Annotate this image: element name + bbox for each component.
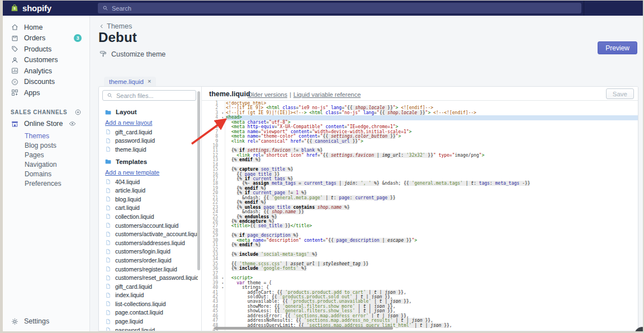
older-versions-link[interactable]: Older versions bbox=[248, 91, 287, 98]
sidebar-item-discounts[interactable]: Discounts bbox=[3, 77, 89, 88]
file-item[interactable]: blog.liquid bbox=[99, 195, 198, 204]
code-area[interactable]: 123▾4▾5678910111213141516171819202122232… bbox=[202, 101, 638, 331]
file-icon bbox=[105, 196, 111, 202]
file-item[interactable]: customers/login.liquid bbox=[99, 247, 198, 256]
shopify-logo[interactable]: s shopify bbox=[3, 3, 95, 13]
file-item[interactable]: gift_card.liquid bbox=[99, 128, 198, 137]
file-item[interactable]: cart.liquid bbox=[99, 204, 198, 213]
code-line[interactable]: var theme = { bbox=[226, 281, 638, 285]
file-item[interactable]: article.liquid bbox=[99, 186, 198, 195]
home-icon bbox=[11, 23, 19, 31]
code-editor: theme.liquid Older versions|Liquid varia… bbox=[202, 87, 638, 331]
sidebar-item-apps[interactable]: Apps bbox=[3, 87, 89, 99]
sidebar-item-products[interactable]: Products bbox=[3, 44, 89, 55]
file-item[interactable]: gift_card.liquid bbox=[99, 282, 198, 291]
sidebar-subitem-blog-posts[interactable]: Blog posts bbox=[25, 140, 89, 150]
code-line[interactable]: {% endif %} bbox=[226, 243, 638, 247]
code-line[interactable]: <link rel="shortcut icon" href="{{ setti… bbox=[226, 153, 638, 158]
fold-arrow-icon[interactable]: ▾ bbox=[221, 276, 224, 280]
file-icon bbox=[105, 248, 111, 255]
file-item[interactable]: customers/order.liquid bbox=[99, 256, 198, 265]
file-item[interactable]: 404.liquid bbox=[99, 177, 198, 186]
file-name: customers/order.liquid bbox=[115, 257, 172, 264]
sidebar-item-settings[interactable]: Settings bbox=[3, 315, 89, 327]
fold-arrow-icon[interactable]: ▾ bbox=[221, 285, 224, 290]
file-name: gift_card.liquid bbox=[115, 283, 152, 290]
sidebar-subitem-pages[interactable]: Pages bbox=[25, 150, 89, 160]
file-name: customers/register.liquid bbox=[115, 266, 177, 273]
file-section-templates[interactable]: Templates bbox=[99, 157, 198, 166]
code-line[interactable]: <meta name="description" content="{{ pag… bbox=[226, 238, 638, 243]
save-button[interactable]: Save bbox=[606, 88, 634, 99]
sidebar-subitem-themes[interactable]: Themes bbox=[25, 131, 89, 140]
sidebar-item-customers[interactable]: Customers bbox=[3, 55, 89, 66]
file-item[interactable]: index.liquid bbox=[99, 291, 198, 300]
file-item[interactable]: customers/account.liquid bbox=[99, 221, 198, 230]
code-line[interactable]: {% endif %} bbox=[226, 158, 638, 162]
link-separator: | bbox=[287, 91, 293, 98]
file-search-placeholder: Search files... bbox=[116, 92, 154, 99]
svg-text:s: s bbox=[13, 6, 16, 10]
preview-button[interactable]: Preview bbox=[598, 41, 637, 54]
code-lines[interactable]: <!doctype html><!--[if IE 9]> <html clas… bbox=[226, 101, 638, 331]
editor-horizontal-scrollbar[interactable] bbox=[214, 327, 393, 330]
sidebar-subitem-domains[interactable]: Domains bbox=[25, 169, 89, 179]
liquid-variable-reference-link[interactable]: Liquid variable reference bbox=[293, 91, 361, 98]
file-name: theme.liquid bbox=[115, 146, 146, 153]
file-icon bbox=[105, 266, 111, 272]
add-channel-icon[interactable] bbox=[74, 109, 82, 116]
code-line[interactable]: <title>{{ seo_title }}</title> bbox=[226, 224, 638, 228]
file-item[interactable]: list-collections.liquid bbox=[99, 299, 198, 308]
code-line[interactable]: <link rel="canonical" href="{{ canonical… bbox=[226, 139, 638, 144]
eye-icon[interactable] bbox=[68, 120, 77, 128]
add-new-templates-link[interactable]: Add a new template bbox=[99, 168, 198, 176]
code-line[interactable]: {% capture seo_title %} bbox=[226, 167, 638, 172]
breadcrumb-label: Themes bbox=[107, 22, 132, 30]
file-item[interactable]: page.contact.liquid bbox=[99, 308, 198, 317]
file-item[interactable]: collection.liquid bbox=[99, 212, 198, 221]
file-item[interactable]: customers/register.liquid bbox=[99, 265, 198, 274]
file-item[interactable]: theme.liquid bbox=[99, 145, 198, 154]
sidebar-subitem-navigation[interactable]: Navigation bbox=[25, 160, 89, 169]
code-line[interactable]: &ndash; {{ 'general.meta.page' | t: page… bbox=[226, 196, 638, 200]
file-item[interactable]: customers/addresses.liquid bbox=[99, 238, 198, 247]
file-item[interactable]: customers/reset_password.liquid bbox=[99, 273, 198, 282]
code-line[interactable]: {% include 'google-fonts' %} bbox=[226, 266, 638, 271]
file-item[interactable]: customers/activate_account.liquid bbox=[99, 229, 198, 238]
tab-close-icon[interactable]: × bbox=[148, 78, 151, 85]
sidebar-item-analytics[interactable]: Analytics bbox=[3, 65, 89, 77]
file-item[interactable]: page.liquid bbox=[99, 317, 198, 326]
code-line[interactable]: {% endunless %} bbox=[226, 215, 638, 219]
file-item[interactable]: password.liquid bbox=[99, 137, 198, 146]
sidebar-item-home[interactable]: Home bbox=[3, 22, 89, 33]
code-line[interactable]: {% include 'social-meta-tags' %} bbox=[226, 252, 638, 257]
add-new-layout-link[interactable]: Add a new layout bbox=[99, 119, 198, 126]
file-icon bbox=[105, 257, 111, 263]
file-search-input[interactable]: Search files... bbox=[102, 90, 196, 101]
global-search-input[interactable]: Search bbox=[98, 3, 581, 13]
code-line[interactable]: <script> bbox=[226, 276, 638, 280]
file-name: customers/addresses.liquid bbox=[115, 240, 185, 246]
breadcrumb[interactable]: Themes bbox=[99, 22, 132, 30]
customize-theme-link[interactable]: Customize theme bbox=[99, 50, 165, 58]
tab-theme-liquid[interactable]: theme.liquid × bbox=[104, 77, 156, 86]
sidebar-item-orders[interactable]: Orders3 bbox=[3, 33, 89, 44]
search-icon bbox=[107, 92, 113, 99]
code-line[interactable]: <!--[if (gt IE 9)|!(IE)]><!--> <html cla… bbox=[226, 111, 638, 115]
file-item[interactable]: password.liquid bbox=[99, 326, 198, 331]
file-icon bbox=[105, 222, 111, 228]
file-section-layout[interactable]: Layout bbox=[99, 107, 198, 116]
code-line[interactable]: &ndash; {{ shop.name }} bbox=[226, 210, 638, 214]
sidebar-item-online-store[interactable]: Online Store bbox=[3, 119, 89, 130]
page-title: Debut bbox=[98, 30, 137, 45]
folder-icon bbox=[105, 158, 112, 165]
sidebar-item-label: Customers bbox=[24, 56, 58, 64]
editor-links: Older versions|Liquid variable reference bbox=[248, 91, 361, 98]
code-line[interactable]: {%- assign meta_tags = current_tags | jo… bbox=[226, 181, 638, 186]
file-icon bbox=[105, 138, 111, 144]
main-content: Themes Debut Customize theme Preview the… bbox=[90, 16, 643, 331]
fold-arrow-icon[interactable]: ▾ bbox=[221, 281, 224, 285]
code-line[interactable] bbox=[226, 271, 638, 276]
file-name: customers/account.liquid bbox=[115, 222, 178, 229]
sidebar-subitem-preferences[interactable]: Preferences bbox=[25, 179, 89, 188]
